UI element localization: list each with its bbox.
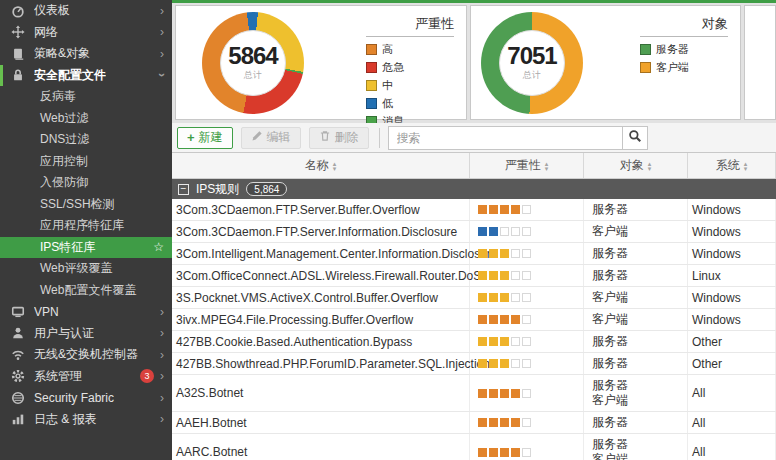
table-row[interactable]: 3Com.3CDaemon.FTP.Server.Information.Dis… [172,221,776,243]
severity-bars [470,243,584,264]
sidebar-item-antivirus[interactable]: 反病毒 [0,86,172,108]
column-header-label: 对象 [620,157,644,174]
sidebar-item-label: 入侵防御 [40,174,88,191]
column-header-name[interactable]: 名称▴▾ [172,153,470,178]
column-header-os[interactable]: 系统▴▾ [688,153,776,178]
delete-button-label: 删除 [335,129,359,146]
severity-block [489,418,498,427]
signature-name-cell: 3Com.Intelligent.Management.Center.Infor… [172,243,470,264]
severity-block [489,293,498,302]
charts-row: 5864总计严重性高危急中低消息7051总计对象服务器客户端 [172,3,776,123]
legend-item: 中 [366,78,454,93]
sidebar-item-label: 安全配置文件 [34,67,106,84]
group-label: IPS规则 [196,181,239,198]
lock-icon [10,68,26,82]
sidebar-item-wifi-switch[interactable]: 无线&交换机控制器› [0,344,172,366]
search-button[interactable] [622,126,648,150]
sidebar-submenu: 反病毒Web过滤DNS过滤应用控制入侵防御SSL/SSH检测应用程序特征库IPS… [0,86,172,301]
pencil-icon [251,130,263,145]
sidebar-item-security-profiles[interactable]: 安全配置文件› [0,65,172,87]
donut-total-value: 5864 [228,44,277,68]
fabric-icon [10,391,26,405]
severity-bars [470,375,584,411]
sidebar-item-dashboard[interactable]: 仪表板› [0,0,172,22]
severity-block [511,249,520,258]
table-row[interactable]: 3ivx.MPEG4.File.Processing.Buffer.Overfl… [172,309,776,331]
sidebar-item-user-auth[interactable]: 用户与认证› [0,323,172,345]
column-header-label: 名称 [305,157,329,174]
os-cell: Windows [688,243,776,264]
table-row[interactable]: 3Com.OfficeConnect.ADSL.Wireless.Firewal… [172,265,776,287]
table-row[interactable]: A32S.Botnet服务器客户端All [172,375,776,412]
severity-block [478,227,487,236]
column-header-label: 系统 [716,157,740,174]
severity-legend: 严重性高危急中低消息 [366,15,454,132]
sidebar-item-label: IPS特征库 [40,239,95,256]
sidebar-item-ssl-ssh-inspection[interactable]: SSL/SSH检测 [0,194,172,216]
sidebar-item-log-report[interactable]: 日志 & 报表› [0,409,172,431]
sidebar-item-network[interactable]: 网络› [0,22,172,44]
severity-block [489,389,498,398]
column-header-sev[interactable]: 严重性▴▾ [470,153,584,178]
severity-block [522,293,531,302]
sidebar-item-label: DNS过滤 [40,131,89,148]
donut-total-value: 7051 [507,44,556,68]
severity-block [511,205,520,214]
os-cell: Windows [688,221,776,242]
sidebar-item-ips-signatures[interactable]: IPS特征库☆ [0,237,172,259]
sidebar-item-label: Web过滤 [40,110,88,127]
sidebar-item-label: Web评级覆盖 [40,260,112,277]
chevron-right-icon: › [160,392,164,404]
sidebar-item-dns-filter[interactable]: DNS过滤 [0,129,172,151]
sidebar-item-system[interactable]: 系统管理3› [0,366,172,388]
severity-bars [470,265,584,286]
chevron-right-icon: › [160,327,164,339]
table-row[interactable]: 427BB.Showthread.PHP.ForumID.Parameter.S… [172,353,776,375]
sidebar-item-web-filter[interactable]: Web过滤 [0,108,172,130]
column-header-label: 严重性 [505,157,541,174]
collapse-icon[interactable]: − [178,184,189,195]
severity-block [511,389,520,398]
sidebar-item-web-profile-overrides[interactable]: Web配置文件覆盖 [0,280,172,302]
group-row-ips-rules[interactable]: − IPS规则 5,864 [172,179,776,199]
sidebar-item-policy-objects[interactable]: 策略&对象› [0,43,172,65]
severity-block [522,227,531,236]
create-button[interactable]: + 新建 [177,127,233,149]
table-row[interactable]: AAEH.Botnet服务器All [172,412,776,434]
severity-block [478,205,487,214]
sidebar-item-vpn[interactable]: VPN› [0,301,172,323]
legend-item: 高 [366,42,454,57]
chevron-right-icon: › [160,349,164,361]
legend-item: 服务器 [640,42,728,57]
delete-button[interactable]: 删除 [309,127,369,149]
search-input[interactable] [388,126,622,150]
severity-block [500,389,509,398]
severity-block [489,337,498,346]
gear-icon [10,369,26,383]
severity-block [522,359,531,368]
table-row[interactable]: 3Com.Intelligent.Management.Center.Infor… [172,243,776,265]
severity-block [489,271,498,280]
sidebar-item-app-signatures[interactable]: 应用程序特征库 [0,215,172,237]
target-line: 客户端 [592,393,628,408]
severity-bars [470,221,584,242]
severity-block [478,315,487,324]
table-row[interactable]: AARC.Botnet服务器客户端All [172,434,776,460]
sidebar-item-security-fabric[interactable]: Security Fabric› [0,387,172,409]
column-header-target[interactable]: 对象▴▾ [584,153,688,178]
table-header: 名称▴▾严重性▴▾对象▴▾系统▴▾ [172,153,776,179]
star-icon[interactable]: ☆ [153,240,164,254]
severity-block [478,271,487,280]
legend-swatch [366,98,377,109]
table-row[interactable]: 3S.Pocknet.VMS.ActiveX.Control.Buffer.Ov… [172,287,776,309]
table-row[interactable]: 3Com.3CDaemon.FTP.Server.Buffer.Overflow… [172,199,776,221]
table-row[interactable]: 427BB.Cookie.Based.Authentication.Bypass… [172,331,776,353]
sort-icon: ▴▾ [744,161,748,171]
sidebar-item-web-rating-overrides[interactable]: Web评级覆盖 [0,258,172,280]
sidebar-item-label: 应用控制 [40,153,88,170]
sidebar-item-app-control[interactable]: 应用控制 [0,151,172,173]
sidebar-item-intrusion-prevention[interactable]: 入侵防御 [0,172,172,194]
edit-button[interactable]: 编辑 [241,127,301,149]
severity-donut-chart: 5864总计 [202,12,304,114]
severity-block [478,418,487,427]
